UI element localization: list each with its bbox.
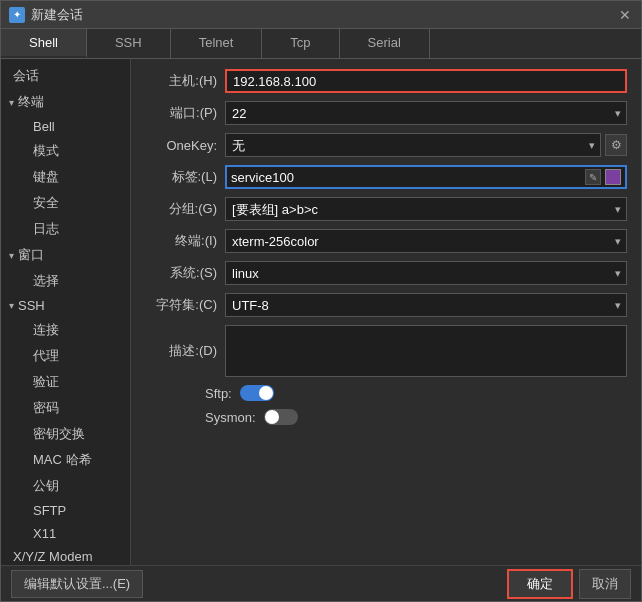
tag-input-wrapper: ✎ <box>225 165 627 189</box>
sidebar-item-rizhi[interactable]: 日志 <box>21 216 130 242</box>
tag-edit-icon[interactable]: ✎ <box>585 169 601 185</box>
tab-shell[interactable]: Shell <box>1 29 87 58</box>
window-title: 新建会话 <box>31 6 611 24</box>
tag-label: 标签:(L) <box>145 168 225 186</box>
bottom-bar: 编辑默认设置...(E) 确定 取消 <box>1 565 641 601</box>
system-select-wrapper: linux <box>225 261 627 285</box>
group-select[interactable]: [要表组] a>b>c <box>225 197 627 221</box>
group-label: 分组:(G) <box>145 200 225 218</box>
sidebar-item-yanzheng[interactable]: 验证 <box>21 369 130 395</box>
sidebar-group-ssh[interactable]: ▾ SSH <box>1 294 130 317</box>
charset-label: 字符集:(C) <box>145 296 225 314</box>
expand-arrow-chuangkou: ▾ <box>9 250 14 261</box>
sidebar-item-xyzmodem[interactable]: X/Y/Z Modem <box>1 545 130 565</box>
sidebar-item-huihua[interactable]: 会话 <box>1 63 130 89</box>
system-select[interactable]: linux <box>225 261 627 285</box>
app-icon: ✦ <box>9 7 25 23</box>
sidebar-group-label-zhongduan: 终端 <box>18 93 44 111</box>
gear-button[interactable]: ⚙ <box>605 134 627 156</box>
charset-select[interactable]: UTF-8 <box>225 293 627 317</box>
sftp-toggle-knob <box>259 386 273 400</box>
sidebar-item-x11[interactable]: X11 <box>21 522 130 545</box>
main-window: ✦ 新建会话 ✕ Shell SSH Telnet Tcp Serial 会话 … <box>0 0 642 602</box>
group-select-wrapper: [要表组] a>b>c <box>225 197 627 221</box>
expand-arrow-zhongduan: ▾ <box>9 97 14 108</box>
terminal-select[interactable]: xterm-256color <box>225 229 627 253</box>
content-area: 会话 ▾ 终端 Bell 模式 键盘 安全 日志 ▾ 窗口 选择 ▾ SSH <box>1 59 641 565</box>
desc-label: 描述:(D) <box>145 342 225 360</box>
sidebar-item-sftp[interactable]: SFTP <box>21 499 130 522</box>
host-label: 主机:(H) <box>145 72 225 90</box>
sysmon-toggle[interactable] <box>264 409 298 425</box>
sidebar-sub-zhongduan: Bell 模式 键盘 安全 日志 <box>1 115 130 242</box>
sftp-row: Sftp: <box>145 385 627 401</box>
title-bar: ✦ 新建会话 ✕ <box>1 1 641 29</box>
tab-serial[interactable]: Serial <box>340 29 430 58</box>
tab-bar: Shell SSH Telnet Tcp Serial <box>1 29 641 59</box>
sidebar-sub-ssh: 连接 代理 验证 密码 密钥交换 MAC 哈希 公钥 SFTP X11 <box>1 317 130 545</box>
desc-textarea[interactable] <box>225 325 627 377</box>
desc-row: 描述:(D) <box>145 325 627 377</box>
cancel-button[interactable]: 取消 <box>579 569 631 599</box>
sidebar-item-anquan[interactable]: 安全 <box>21 190 130 216</box>
port-select-wrapper: 22 <box>225 101 627 125</box>
sidebar-sub-chuangkou: 选择 <box>1 268 130 294</box>
sidebar-item-daili[interactable]: 代理 <box>21 343 130 369</box>
onekey-select[interactable]: 无 <box>225 133 601 157</box>
sidebar-item-machashi[interactable]: MAC 哈希 <box>21 447 130 473</box>
tag-input[interactable] <box>231 170 581 185</box>
terminal-row: 终端:(I) xterm-256color <box>145 229 627 253</box>
main-panel: 主机:(H) 端口:(P) 22 OneKey: 无 <box>131 59 641 565</box>
sidebar-item-mimajiaohuan[interactable]: 密钥交换 <box>21 421 130 447</box>
sidebar-group-label-ssh: SSH <box>18 298 45 313</box>
sidebar-item-xuanze[interactable]: 选择 <box>21 268 130 294</box>
port-label: 端口:(P) <box>145 104 225 122</box>
bottom-right-buttons: 确定 取消 <box>507 569 631 599</box>
group-row: 分组:(G) [要表组] a>b>c <box>145 197 627 221</box>
terminal-label: 终端:(I) <box>145 232 225 250</box>
onekey-label: OneKey: <box>145 138 225 153</box>
tag-color-picker[interactable] <box>605 169 621 185</box>
sidebar-item-bell[interactable]: Bell <box>21 115 130 138</box>
expand-arrow-ssh: ▾ <box>9 300 14 311</box>
tag-row: 标签:(L) ✎ <box>145 165 627 189</box>
onekey-row: OneKey: 无 ⚙ <box>145 133 627 157</box>
sidebar-item-moshi[interactable]: 模式 <box>21 138 130 164</box>
sidebar-item-lianjie[interactable]: 连接 <box>21 317 130 343</box>
host-row: 主机:(H) <box>145 69 627 93</box>
sidebar-item-jianpan[interactable]: 键盘 <box>21 164 130 190</box>
sidebar-item-gongyao[interactable]: 公钥 <box>21 473 130 499</box>
sidebar-group-chuangkou[interactable]: ▾ 窗口 <box>1 242 130 268</box>
tab-tcp[interactable]: Tcp <box>262 29 339 58</box>
sidebar-group-zhongduan[interactable]: ▾ 终端 <box>1 89 130 115</box>
sysmon-toggle-knob <box>265 410 279 424</box>
tab-ssh[interactable]: SSH <box>87 29 171 58</box>
system-label: 系统:(S) <box>145 264 225 282</box>
sysmon-label: Sysmon: <box>205 410 256 425</box>
sidebar-group-label-chuangkou: 窗口 <box>18 246 44 264</box>
charset-row: 字符集:(C) UTF-8 <box>145 293 627 317</box>
edit-defaults-button[interactable]: 编辑默认设置...(E) <box>11 570 143 598</box>
sidebar: 会话 ▾ 终端 Bell 模式 键盘 安全 日志 ▾ 窗口 选择 ▾ SSH <box>1 59 131 565</box>
charset-select-wrapper: UTF-8 <box>225 293 627 317</box>
sftp-label: Sftp: <box>205 386 232 401</box>
host-input[interactable] <box>225 69 627 93</box>
sftp-toggle[interactable] <box>240 385 274 401</box>
sidebar-item-mima[interactable]: 密码 <box>21 395 130 421</box>
port-row: 端口:(P) 22 <box>145 101 627 125</box>
port-select[interactable]: 22 <box>225 101 627 125</box>
ok-button[interactable]: 确定 <box>507 569 573 599</box>
sysmon-row: Sysmon: <box>145 409 627 425</box>
terminal-select-wrapper: xterm-256color <box>225 229 627 253</box>
system-row: 系统:(S) linux <box>145 261 627 285</box>
close-button[interactable]: ✕ <box>617 7 633 23</box>
tab-telnet[interactable]: Telnet <box>171 29 263 58</box>
